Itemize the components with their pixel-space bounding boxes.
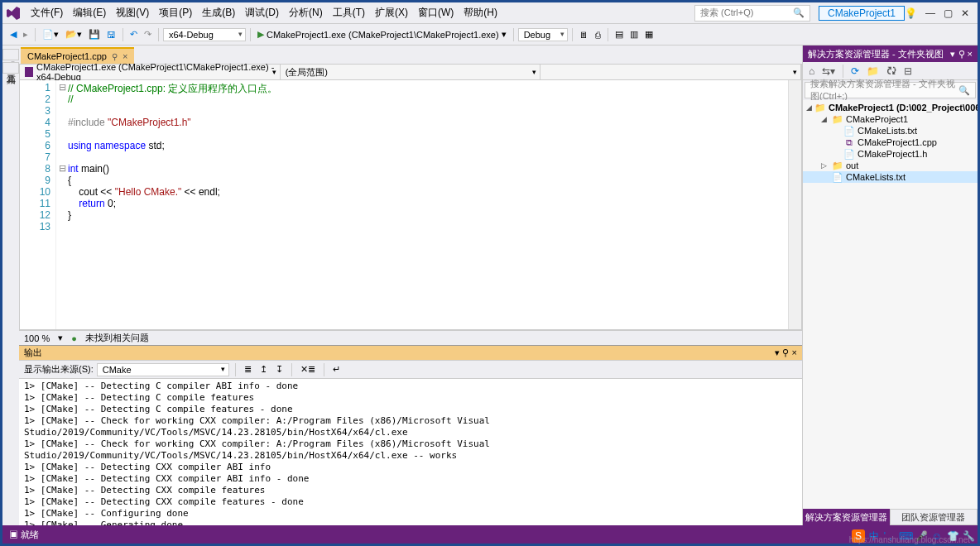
save-all-button[interactable]: 🖫 xyxy=(104,29,118,41)
tree-item[interactable]: 📄CMakeProject1.h xyxy=(803,148,978,160)
save-button[interactable]: 💾 xyxy=(86,28,103,41)
zoom-level[interactable]: 100 % xyxy=(24,333,50,343)
toolbox-tab[interactable]: 工具箱 xyxy=(2,62,19,74)
close-button[interactable]: ✕ xyxy=(961,7,969,19)
tree-item[interactable]: ▷📁out xyxy=(803,160,978,171)
nav-scope-dropdown[interactable]: (全局范围) xyxy=(281,65,541,79)
editor-status-bar: 100 % ▾ ● 未找到相关问题 xyxy=(19,330,802,345)
menu-视图v[interactable]: 视图(V) xyxy=(111,5,154,20)
output-title-bar[interactable]: 输出 ▾ ⚲ × xyxy=(19,346,802,361)
pin-icon[interactable]: ⚲ xyxy=(112,52,118,61)
solution-explorer: 解决方案资源管理器 - 文件夹视图 ▾ ⚲ × ⌂ ⇆▾ ⟳ 📁 🗘 ⊟ 搜索解… xyxy=(802,46,978,525)
output-source-dropdown[interactable]: CMake xyxy=(97,363,229,376)
se-refresh-icon[interactable]: 🗘 xyxy=(884,65,899,78)
tb-icon-3[interactable]: ▤ xyxy=(612,28,626,41)
nav-fwd-button[interactable]: ▸ xyxy=(21,28,31,41)
tb-icon-1[interactable]: 🗏 xyxy=(577,29,591,41)
nav-member-dropdown[interactable] xyxy=(540,65,801,79)
config-dropdown[interactable]: x64-Debug xyxy=(163,28,246,41)
menu-扩展x[interactable]: 扩展(X) xyxy=(370,5,413,20)
new-item-button[interactable]: 📄▾ xyxy=(40,28,61,41)
menu-生成b[interactable]: 生成(B) xyxy=(197,5,240,20)
tree-item[interactable]: 📄CMakeLists.txt xyxy=(803,171,978,183)
output-wrap-icon[interactable]: ↵ xyxy=(330,363,343,376)
redo-button[interactable]: ↷ xyxy=(142,28,154,41)
se-switch-icon[interactable]: ⇆▾ xyxy=(819,65,838,78)
start-debug-button[interactable]: ▶CMakeProject1.exe (CMakeProject1\CMakeP… xyxy=(255,28,509,41)
solution-tree[interactable]: ◢📁 CMakeProject1 (D:\002_Project\006_Vis… xyxy=(803,100,978,509)
output-panel: 输出 ▾ ⚲ × 显示输出来源(S): CMake ≣ ↥ ↧ ✕≣ ↵ 1> … xyxy=(19,345,802,525)
output-pin-icon[interactable]: ▾ ⚲ xyxy=(775,347,789,357)
help-hint-icon[interactable]: 💡 xyxy=(905,7,917,19)
solution-config-dropdown[interactable]: Debug xyxy=(518,28,568,41)
se-sync-icon[interactable]: ⟳ xyxy=(848,65,862,78)
issues-text: 未找到相关问题 xyxy=(85,332,149,344)
menu-编辑e[interactable]: 编辑(E) xyxy=(68,5,111,20)
nav-back-button[interactable]: ◀ xyxy=(7,28,19,41)
document-tabs: CMakeProject1.cpp ⚲ × xyxy=(19,46,802,64)
solution-explorer-tab[interactable]: 解决方案资源管理器 xyxy=(803,509,890,525)
status-icon: ▣ xyxy=(9,529,18,539)
minimize-button[interactable]: — xyxy=(925,7,935,19)
solution-search-input[interactable]: 搜索解决方案资源管理器 - 文件夹视图(Ctrl+;)🔍 xyxy=(805,82,976,98)
quick-search-input[interactable]: 搜索 (Ctrl+Q) 🔍 xyxy=(694,5,810,22)
code-editor[interactable]: 12345678910111213 ⊟⊟ // CMakeProject1.cp… xyxy=(19,80,802,330)
output-next-icon[interactable]: ↧ xyxy=(273,363,286,376)
tb-icon-5[interactable]: ▦ xyxy=(642,28,656,41)
editor-scrollbar[interactable] xyxy=(788,80,801,329)
nav-project-dropdown[interactable]: CMakeProject1.exe (CMakeProject1\CMakePr… xyxy=(20,65,281,79)
tree-item[interactable]: ⧉CMakeProject1.cpp xyxy=(803,136,978,148)
output-source-label: 显示输出来源(S): xyxy=(24,363,94,376)
tb-icon-4[interactable]: ▥ xyxy=(627,28,641,41)
tree-item[interactable]: ◢📁CMakeProject1 xyxy=(803,113,978,125)
menu-分析n[interactable]: 分析(N) xyxy=(284,5,328,20)
undo-button[interactable]: ↶ xyxy=(127,28,140,41)
no-issues-icon: ● xyxy=(71,333,77,343)
se-showall-icon[interactable]: 📁 xyxy=(864,65,882,78)
close-tab-icon[interactable]: × xyxy=(122,51,127,61)
output-goto-icon[interactable]: ≣ xyxy=(242,363,254,376)
menu-窗口w[interactable]: 窗口(W) xyxy=(413,5,459,20)
se-home-icon[interactable]: ⌂ xyxy=(806,65,817,78)
tree-root[interactable]: ◢📁 CMakeProject1 (D:\002_Project\006_Vis… xyxy=(803,102,978,113)
left-toolwindow-tabs: 服务器资源管理器 工具箱 xyxy=(2,46,19,525)
main-toolbar: ◀ ▸ 📄▾ 📂▾ 💾 🖫 ↶ ↷ x64-Debug ▶CMakeProjec… xyxy=(2,24,978,46)
output-close-icon[interactable]: × xyxy=(792,347,797,357)
menu-项目p[interactable]: 项目(P) xyxy=(154,5,197,20)
project-badge[interactable]: CMakeProject1 xyxy=(819,6,905,21)
tree-item[interactable]: 📄CMakeLists.txt xyxy=(803,125,978,136)
open-button[interactable]: 📂▾ xyxy=(63,28,84,41)
team-explorer-tab[interactable]: 团队资源管理器 xyxy=(890,509,978,525)
output-clear-icon[interactable]: ✕≣ xyxy=(298,363,318,376)
vs-logo-icon xyxy=(6,6,21,21)
maximize-button[interactable]: ▢ xyxy=(944,7,953,19)
menu-文件f[interactable]: 文件(F) xyxy=(26,5,68,20)
output-prev-icon[interactable]: ↥ xyxy=(257,363,270,376)
watermark: https://hanshuliang.blog.csdn.net xyxy=(849,535,970,544)
server-explorer-tab[interactable]: 服务器资源管理器 xyxy=(2,49,19,60)
doc-tab-cmakeproject1-cpp[interactable]: CMakeProject1.cpp ⚲ × xyxy=(21,47,134,64)
tb-icon-2[interactable]: ⎙ xyxy=(593,29,603,41)
menu-帮助h[interactable]: 帮助(H) xyxy=(459,5,502,20)
menu-调试d[interactable]: 调试(D) xyxy=(240,5,284,20)
status-bar: ▣ 就绪 S 中 '， ⌨ 🎤 ☺ 👕 🔧 xyxy=(2,525,978,544)
se-collapse-icon[interactable]: ⊟ xyxy=(901,65,915,78)
menu-工具t[interactable]: 工具(T) xyxy=(328,5,370,20)
navigation-bar: CMakeProject1.exe (CMakeProject1\CMakePr… xyxy=(19,64,802,80)
folder-icon: 📁 xyxy=(814,103,826,113)
output-text[interactable]: 1> [CMake] -- Detecting C compiler ABI i… xyxy=(19,379,802,525)
solution-explorer-title[interactable]: 解决方案资源管理器 - 文件夹视图 ▾ ⚲ × xyxy=(803,46,978,62)
menu-bar: 文件(F)编辑(E)视图(V)项目(P)生成(B)调试(D)分析(N)工具(T)… xyxy=(2,2,978,24)
